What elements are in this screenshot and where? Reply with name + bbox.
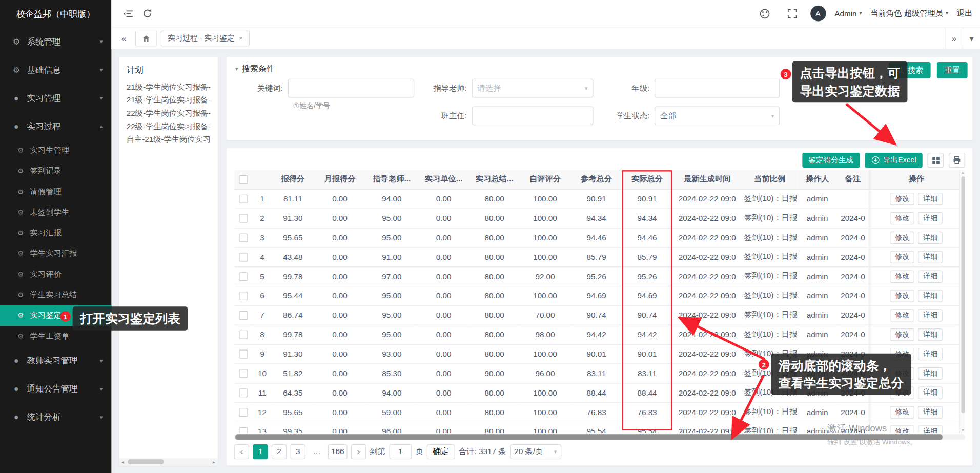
scroll-up-icon[interactable]: ▲ (960, 171, 965, 174)
scrollbar-thumb[interactable] (235, 434, 943, 440)
sidebar-group[interactable]: ●实习管理▾ (0, 84, 111, 112)
tabs-scroll-right-icon[interactable]: » (945, 28, 963, 49)
scroll-down-icon[interactable]: ▼ (960, 428, 965, 432)
goto-page-input[interactable] (389, 444, 412, 459)
export-excel-button[interactable]: 导出Excel (865, 153, 923, 168)
scroll-right-icon[interactable]: ▸ (210, 459, 218, 465)
tabs-scroll-left-icon[interactable]: « (116, 33, 131, 44)
tabs-menu-chevron-icon[interactable]: ▾ (963, 28, 980, 49)
table-vertical-scrollbar[interactable]: ▲ ▼ (959, 170, 965, 433)
logout-button[interactable]: 退出 (957, 8, 973, 19)
scrollbar-track[interactable] (127, 458, 211, 466)
plan-item[interactable]: 21级-学生岗位实习报备-自主 (127, 94, 211, 107)
row-checkbox[interactable] (239, 253, 248, 261)
row-checkbox[interactable] (239, 311, 248, 319)
row-checkbox[interactable] (239, 330, 248, 339)
sidebar-item[interactable]: ⚙学生工资单 (0, 326, 111, 346)
fullscreen-icon[interactable] (783, 4, 802, 23)
edit-button[interactable]: 修改 (890, 192, 915, 204)
row-checkbox[interactable] (239, 349, 248, 358)
teacher-select[interactable]: 请选择 ▾ (472, 79, 594, 98)
sidebar-item[interactable]: ⚙实习生管理 (0, 140, 111, 161)
sidebar-item[interactable]: ⚙签到记录 (0, 161, 111, 181)
edit-button[interactable]: 修改 (890, 386, 915, 399)
detail-button[interactable]: 详细 (918, 251, 943, 263)
edit-button[interactable]: 修改 (890, 328, 915, 340)
edit-button[interactable]: 修改 (890, 347, 915, 360)
sidebar-group[interactable]: ●通知公告管理▾ (0, 375, 111, 403)
detail-button[interactable]: 详细 (918, 290, 943, 302)
detail-button[interactable]: 详细 (918, 309, 943, 321)
edit-button[interactable]: 修改 (890, 231, 915, 243)
home-tab[interactable] (135, 30, 157, 46)
edit-button[interactable]: 修改 (890, 425, 915, 433)
plan-item[interactable]: 22级-学生岗位实习报备-统- (127, 107, 211, 120)
detail-button[interactable]: 详细 (918, 231, 943, 243)
scrollbar-thumb[interactable] (961, 176, 965, 413)
avatar[interactable]: A (810, 6, 826, 22)
page-button[interactable]: 1 (253, 444, 268, 459)
status-select[interactable]: 全部 ▾ (655, 107, 780, 126)
sidebar-item[interactable]: ⚙实习评价 (0, 264, 111, 284)
row-checkbox[interactable] (239, 272, 248, 281)
detail-button[interactable]: 详细 (918, 270, 943, 282)
plan-horizontal-scrollbar[interactable]: ◂ ▸ (119, 458, 218, 466)
detail-button[interactable]: 详细 (918, 386, 943, 399)
sidebar-item[interactable]: ⚙实习汇报 (0, 223, 111, 243)
page-button[interactable]: 2 (272, 444, 287, 459)
prev-page-button[interactable]: ‹ (234, 444, 249, 459)
sidebar-item[interactable]: ⚙学生实习总结 (0, 285, 111, 305)
tab-active[interactable]: 实习过程 - 实习鉴定 × (161, 30, 250, 46)
theme-palette-icon[interactable] (755, 4, 774, 23)
reset-button[interactable]: 重置 (937, 62, 968, 78)
sidebar-item[interactable]: ⚙实习鉴定 (0, 305, 111, 326)
plan-item[interactable]: 自主-21级-学生岗位实习报备 (127, 133, 211, 147)
headteacher-input[interactable] (472, 107, 594, 126)
generate-score-button[interactable]: 鉴定得分生成 (802, 153, 860, 168)
goto-confirm-button[interactable]: 确定 (427, 444, 455, 459)
plan-item[interactable]: 21级-学生岗位实习报备-统- (127, 81, 211, 94)
sidebar-group[interactable]: ●实习过程▴ (0, 112, 111, 140)
select-all-checkbox[interactable] (239, 175, 248, 184)
edit-button[interactable]: 修改 (890, 290, 915, 302)
refresh-icon[interactable] (138, 4, 157, 23)
print-button[interactable] (949, 153, 965, 168)
detail-button[interactable]: 详细 (918, 425, 943, 433)
edit-button[interactable]: 修改 (890, 367, 915, 379)
keyword-input[interactable] (288, 79, 415, 98)
sidebar-group[interactable]: ●统计分析▾ (0, 403, 111, 431)
edit-button[interactable]: 修改 (890, 212, 915, 224)
page-button[interactable]: 166 (328, 444, 348, 459)
grade-input[interactable] (655, 79, 780, 98)
detail-button[interactable]: 详细 (918, 367, 943, 379)
sidebar-group[interactable]: ⚙基础信息▾ (0, 56, 111, 84)
menu-fold-icon[interactable] (119, 4, 138, 23)
row-checkbox[interactable] (239, 388, 248, 397)
row-checkbox[interactable] (239, 214, 248, 222)
edit-button[interactable]: 修改 (890, 406, 915, 418)
table-horizontal-scrollbar[interactable] (234, 434, 965, 440)
scroll-left-icon[interactable]: ◂ (119, 459, 127, 465)
row-checkbox[interactable] (239, 427, 248, 433)
edit-button[interactable]: 修改 (890, 309, 915, 321)
sidebar-group[interactable]: ⚙系统管理▾ (0, 28, 111, 56)
edit-button[interactable]: 修改 (890, 251, 915, 263)
column-settings-button[interactable] (928, 153, 944, 168)
user-menu[interactable]: Admin ▾ (834, 9, 862, 18)
edit-button[interactable]: 修改 (890, 270, 915, 282)
search-panel-header[interactable]: ▾ 搜索条件 (235, 63, 274, 74)
sidebar-item[interactable]: ⚙未签到学生 (0, 202, 111, 222)
plan-item[interactable]: 22级-学生岗位实习报备-自主 (127, 120, 211, 133)
detail-button[interactable]: 详细 (918, 212, 943, 224)
role-menu[interactable]: 当前角色 超级管理员 ▾ (870, 8, 948, 19)
row-checkbox[interactable] (239, 407, 248, 416)
page-button[interactable]: 3 (291, 444, 305, 459)
scrollbar-thumb[interactable] (128, 459, 164, 464)
row-checkbox[interactable] (239, 233, 248, 242)
search-button[interactable]: 搜索 (889, 62, 931, 78)
page-size-select[interactable]: 20 条/页 ▾ (510, 444, 561, 459)
row-checkbox[interactable] (239, 369, 248, 378)
sidebar-item[interactable]: ⚙学生实习汇报 (0, 243, 111, 264)
sidebar-group[interactable]: ●教师实习管理▾ (0, 346, 111, 375)
detail-button[interactable]: 详细 (918, 347, 943, 360)
